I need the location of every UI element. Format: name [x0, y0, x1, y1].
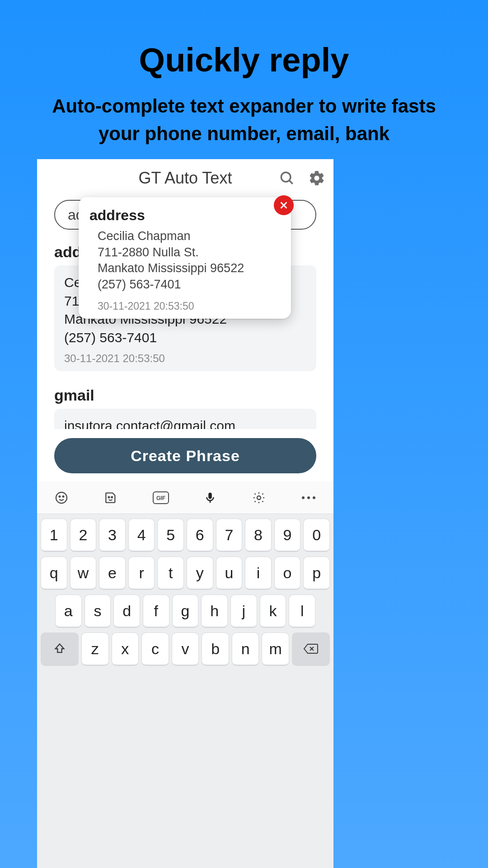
app-title: GT Auto Text: [139, 169, 232, 188]
more-icon[interactable]: [301, 495, 316, 500]
keyboard-rows: 1234567890 qwertyuiop asdfghjkl zxcvbnm: [37, 514, 333, 666]
mic-icon[interactable]: [203, 490, 217, 505]
key-1[interactable]: 1: [41, 519, 67, 552]
svg-point-2: [56, 492, 67, 503]
key-d[interactable]: d: [113, 594, 140, 628]
key-u[interactable]: u: [216, 557, 243, 590]
key-7[interactable]: 7: [216, 519, 243, 552]
soft-keyboard: GIF 1234567890 qwertyuiop asdfghjkl zxcv…: [37, 481, 333, 868]
keyboard-row: qwertyuiop: [41, 557, 330, 590]
gif-icon[interactable]: GIF: [153, 491, 169, 504]
app-bar-actions: [278, 159, 325, 197]
cta-bar: Create Phrase: [37, 429, 333, 481]
backspace-key[interactable]: [292, 632, 330, 666]
svg-point-10: [302, 496, 305, 499]
key-b[interactable]: b: [202, 632, 229, 666]
key-z[interactable]: z: [81, 632, 109, 666]
key-f[interactable]: f: [143, 594, 169, 628]
key-j[interactable]: j: [230, 594, 257, 628]
key-c[interactable]: c: [141, 632, 169, 666]
close-icon[interactable]: [274, 195, 294, 215]
key-0[interactable]: 0: [303, 519, 330, 552]
svg-point-5: [108, 496, 110, 498]
key-s[interactable]: s: [84, 594, 111, 628]
create-phrase-button[interactable]: Create Phrase: [54, 438, 316, 473]
popup-timestamp: 30-11-2021 20:53:50: [89, 300, 280, 312]
key-i[interactable]: i: [245, 557, 272, 590]
key-r[interactable]: r: [128, 557, 155, 590]
svg-point-11: [307, 496, 310, 499]
key-w[interactable]: w: [70, 557, 97, 590]
svg-point-4: [63, 496, 64, 497]
keyboard-row: 1234567890: [41, 519, 330, 552]
key-4[interactable]: 4: [128, 519, 155, 552]
key-3[interactable]: 3: [99, 519, 126, 552]
svg-line-1: [289, 180, 293, 184]
key-l[interactable]: l: [289, 594, 315, 628]
key-h[interactable]: h: [201, 594, 228, 628]
key-a[interactable]: a: [55, 594, 82, 628]
key-6[interactable]: 6: [187, 519, 213, 552]
phrase-label: gmail: [54, 387, 316, 404]
key-q[interactable]: q: [41, 557, 67, 590]
key-k[interactable]: k: [260, 594, 286, 628]
key-e[interactable]: e: [99, 557, 126, 590]
key-9[interactable]: 9: [274, 519, 301, 552]
svg-point-12: [313, 496, 315, 499]
keyboard-settings-icon[interactable]: [252, 491, 266, 505]
sticker-icon[interactable]: [103, 491, 118, 505]
svg-point-3: [59, 496, 61, 497]
hero-title: Quickly reply: [0, 41, 488, 79]
shift-key[interactable]: [41, 632, 79, 666]
key-p[interactable]: p: [303, 557, 330, 590]
cta-label: Create Phrase: [131, 447, 240, 465]
marketing-hero: Quickly reply Auto-complete text expande…: [0, 0, 488, 148]
emoji-icon[interactable]: [54, 491, 69, 505]
svg-point-0: [281, 172, 291, 182]
popup-title: address: [89, 207, 280, 224]
key-m[interactable]: m: [262, 632, 289, 666]
key-v[interactable]: v: [172, 632, 199, 666]
hero-subtitle: Auto-complete text expander to write fas…: [0, 93, 488, 148]
key-y[interactable]: y: [187, 557, 213, 590]
keyboard-toolbar: GIF: [37, 481, 333, 514]
app-bar: GT Auto Text: [37, 159, 333, 197]
keyboard-row: asdfghjkl: [41, 594, 330, 628]
key-t[interactable]: t: [157, 557, 184, 590]
svg-point-9: [257, 496, 261, 500]
key-n[interactable]: n: [232, 632, 259, 666]
key-8[interactable]: 8: [245, 519, 272, 552]
keyboard-row: zxcvbnm: [41, 632, 330, 666]
key-g[interactable]: g: [172, 594, 199, 628]
popup-body: Cecilia Chapman 711-2880 Nulla St. Manka…: [89, 228, 280, 293]
key-2[interactable]: 2: [70, 519, 97, 552]
svg-point-6: [111, 496, 113, 498]
phrase-timestamp: 30-11-2021 20:53:50: [64, 352, 306, 365]
key-5[interactable]: 5: [157, 519, 184, 552]
app-screenshot-frame: GT Auto Text add address Cecilia Chapman…: [37, 159, 333, 868]
gear-icon[interactable]: [308, 170, 325, 187]
key-x[interactable]: x: [112, 632, 139, 666]
key-o[interactable]: o: [274, 557, 301, 590]
svg-text:GIF: GIF: [156, 495, 165, 501]
autocomplete-popup[interactable]: address Cecilia Chapman 711-2880 Nulla S…: [79, 197, 291, 319]
search-icon[interactable]: [278, 170, 296, 187]
